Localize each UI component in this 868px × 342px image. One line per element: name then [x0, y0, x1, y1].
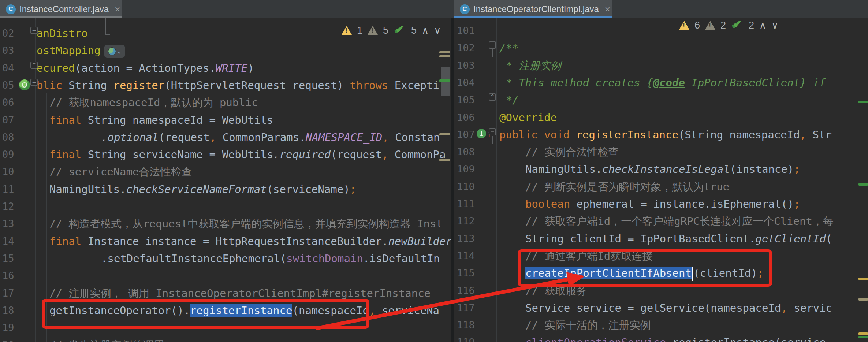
line-number[interactable]: 08: [2, 129, 14, 146]
code-text[interactable]: final String namespaceId = WebUtils: [49, 111, 273, 129]
line-number[interactable]: 18: [2, 302, 14, 319]
code-line[interactable]: 18getInstanceOperator().registerInstance…: [0, 302, 451, 319]
code-line[interactable]: 109NamingUtils.checkInstanceIsLegal(inst…: [454, 160, 868, 178]
code-line[interactable]: 20// 发生注册实例的调用: [0, 336, 451, 342]
code-line[interactable]: 108// 实例合法性检查: [454, 143, 868, 161]
code-line[interactable]: 05−blic String register(HttpServletReque…: [0, 77, 451, 94]
code-text[interactable]: ostMapping⌄: [37, 42, 125, 59]
code-line[interactable]: 13// 构造者模式，从request中获取客户端的实例信息，并填充到实例构造器…: [0, 215, 451, 233]
code-text[interactable]: Service service = getService(namespaceId…: [525, 299, 832, 317]
code-text[interactable]: // 发生注册实例的调用: [49, 336, 164, 342]
fold-end-icon[interactable]: ⌃: [489, 93, 496, 101]
line-number[interactable]: 111: [457, 195, 475, 213]
line-number[interactable]: 05: [2, 77, 14, 94]
line-number[interactable]: 13: [2, 215, 14, 233]
code-line[interactable]: 117Service service = getService(namespac…: [454, 299, 868, 317]
line-number[interactable]: 118: [457, 316, 475, 334]
line-number[interactable]: 15: [2, 250, 14, 267]
line-number[interactable]: 103: [457, 57, 475, 74]
code-line[interactable]: 104* This method creates {@code IpPortBa…: [454, 74, 868, 92]
line-number[interactable]: 110: [457, 178, 475, 196]
code-text[interactable]: .optional(request, CommonParams.NAMESPAC…: [101, 129, 440, 146]
code-line[interactable]: 11NamingUtils.checkServiceNameFormat(ser…: [0, 181, 451, 198]
code-text[interactable]: // 实例合法性检查: [525, 143, 619, 161]
previous-issue-icon[interactable]: ∧: [759, 20, 766, 31]
code-line[interactable]: 03ostMapping⌄: [0, 42, 451, 59]
line-number[interactable]: 102: [457, 39, 475, 57]
inspection-widget-left[interactable]: !1!5✔✔5∧∨: [342, 24, 441, 37]
fold-end-icon[interactable]: ⌃: [30, 62, 38, 69]
line-number[interactable]: 101: [457, 22, 475, 40]
line-number[interactable]: 17: [2, 285, 14, 302]
code-text[interactable]: blic String register(HttpServletRequest …: [37, 77, 439, 94]
fold-collapse-icon[interactable]: −: [489, 128, 496, 135]
code-text[interactable]: ecured(action = ActionTypes.WRITE): [37, 59, 254, 77]
code-line[interactable]: 119clientOperationService.registerInstan…: [454, 334, 868, 342]
code-line[interactable]: 118// 实际干活的，注册实例: [454, 316, 868, 334]
code-line[interactable]: 103* 注册实例: [454, 57, 868, 74]
line-number[interactable]: 113: [457, 230, 475, 248]
line-number[interactable]: 106: [457, 109, 475, 126]
code-text[interactable]: createIpPortClientIfAbsent(clientId);: [525, 264, 764, 282]
code-text[interactable]: // serviceName合法性检查: [49, 163, 192, 181]
code-line[interactable]: 115createIpPortClientIfAbsent(clientId);: [454, 264, 868, 282]
code-line[interactable]: 110// 判断实例是否为瞬时对象，默认为true: [454, 178, 868, 196]
code-text[interactable]: * 注册实例: [506, 57, 561, 74]
code-line[interactable]: 101: [454, 22, 868, 40]
line-number[interactable]: 12: [2, 198, 14, 215]
code-text[interactable]: .setDefaultInstanceEphemeral(switchDomai…: [101, 250, 440, 267]
code-text[interactable]: getInstanceOperator().registerInstance(n…: [49, 302, 439, 319]
code-text[interactable]: @Override: [499, 109, 557, 126]
url-mapping-globe-icon[interactable]: ⌄: [104, 45, 125, 58]
line-number[interactable]: 116: [457, 282, 475, 300]
code-text[interactable]: // 注册实例， 调用 InstanceOperatorClientImpl#r…: [49, 285, 431, 302]
code-text[interactable]: // 构造者模式，从request中获取客户端的实例信息，并填充到实例构造器 I…: [49, 215, 443, 233]
code-text[interactable]: // 获取服务: [525, 282, 587, 300]
code-line[interactable]: 04⌃ecured(action = ActionTypes.WRITE): [0, 59, 451, 77]
fold-collapse-icon[interactable]: −: [489, 41, 496, 49]
line-number[interactable]: 109: [457, 160, 475, 178]
line-number[interactable]: 112: [457, 212, 475, 230]
line-number[interactable]: 107: [457, 126, 475, 144]
line-number[interactable]: 119: [457, 334, 475, 342]
editor-pane-left[interactable]: 02−anDistro03ostMapping⌄04⌃ecured(action…: [0, 18, 451, 342]
line-number[interactable]: 04: [2, 59, 14, 77]
code-line[interactable]: 116// 获取服务: [454, 282, 868, 300]
implements-icon[interactable]: I: [477, 129, 486, 138]
code-text[interactable]: NamingUtils.checkInstanceIsLegal(instanc…: [525, 160, 800, 178]
code-line[interactable]: 12: [0, 198, 451, 215]
code-line[interactable]: 17// 注册实例， 调用 InstanceOperatorClientImpl…: [0, 285, 451, 302]
code-text[interactable]: final String serviceName = WebUtils.requ…: [49, 146, 446, 163]
code-line[interactable]: 07final String namespaceId = WebUtils: [0, 111, 451, 129]
line-number[interactable]: 09: [2, 146, 14, 163]
code-line[interactable]: 114// 通过客户端Id获取连接: [454, 247, 868, 265]
code-line[interactable]: 111boolean ephemeral = instance.isEpheme…: [454, 195, 868, 213]
code-text[interactable]: // 判断实例是否为瞬时对象，默认为true: [525, 178, 729, 196]
next-issue-icon[interactable]: ∨: [434, 25, 441, 36]
line-number[interactable]: 105: [457, 91, 475, 109]
code-text[interactable]: anDistro: [37, 25, 88, 42]
inspection-widget-right[interactable]: !6!2✔✔2∧∨: [679, 19, 778, 31]
code-line[interactable]: 105⌃*/: [454, 91, 868, 109]
previous-issue-icon[interactable]: ∧: [422, 25, 429, 36]
code-text[interactable]: boolean ephemeral = instance.isEphemeral…: [525, 195, 800, 213]
code-text[interactable]: // 获取namespaceId，默认的为 public: [49, 94, 258, 111]
editor-pane-right[interactable]: 101102−/**103* 注册实例104* This method crea…: [454, 18, 868, 342]
code-text[interactable]: public void registerInstance(String name…: [499, 126, 832, 144]
code-line[interactable]: 08.optional(request, CommonParams.NAMESP…: [0, 129, 451, 146]
code-line[interactable]: 106@Override: [454, 109, 868, 126]
line-number[interactable]: 11: [2, 181, 14, 198]
line-number[interactable]: 07: [2, 111, 14, 129]
fold-collapse-icon[interactable]: −: [30, 27, 38, 34]
fold-collapse-icon[interactable]: −: [30, 79, 38, 86]
code-text[interactable]: */: [506, 91, 519, 109]
code-line[interactable]: 15.setDefaultInstanceEphemeral(switchDom…: [0, 250, 451, 267]
line-number[interactable]: 02: [2, 25, 14, 42]
code-text[interactable]: // 通过客户端Id获取连接: [525, 247, 653, 265]
line-number[interactable]: 108: [457, 143, 475, 161]
line-number[interactable]: 114: [457, 247, 475, 265]
line-number[interactable]: 14: [2, 233, 14, 250]
code-line[interactable]: 107I↑−public void registerInstance(Strin…: [454, 126, 868, 144]
code-text[interactable]: clientOperationService.registerInstance(…: [525, 334, 826, 342]
code-line[interactable]: 16: [0, 267, 451, 285]
